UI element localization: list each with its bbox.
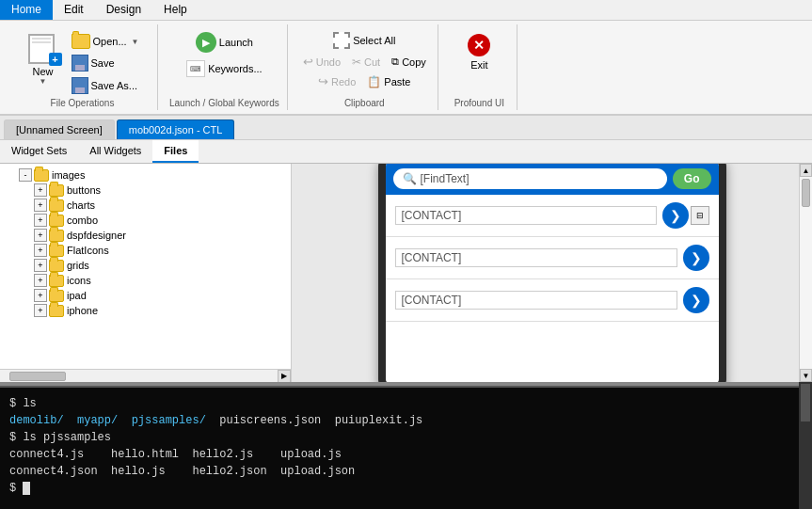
mob002d-tab[interactable]: mob002d.json - CTL <box>117 119 235 139</box>
find-text-placeholder: [FindText] <box>421 172 658 185</box>
contact-label-3: [CONTACT] <box>395 291 677 310</box>
contact-extra-icon-1[interactable]: ⊟ <box>691 206 709 225</box>
contact-label-1: [CONTACT] <box>395 206 657 225</box>
terminal[interactable]: $ ls demolib/ myapp/ pjssamples/ puiscre… <box>0 386 812 509</box>
contact-row-3[interactable]: [CONTACT] ❯ <box>386 279 719 322</box>
terminal-line-3: $ ls pjssamples <box>9 429 803 446</box>
files-tab[interactable]: Files <box>152 140 199 163</box>
terminal-scrollbar-thumb[interactable] <box>801 384 810 422</box>
phone-screen: 🔍 [FindText] Go [CONTACT] ❯ ⊟ [CONTACT] … <box>386 164 719 382</box>
tree-item-buttons[interactable]: + buttons <box>0 183 291 198</box>
tree-item-flaticons[interactable]: + FlatIcons <box>0 243 291 258</box>
terminal-wrapper: $ ls demolib/ myapp/ pjssamples/ puiscre… <box>0 382 812 509</box>
terminal-line-5: connect4.json hello.js hello2.json uploa… <box>9 463 803 480</box>
scroll-track <box>800 177 812 369</box>
tree-item-images[interactable]: - images <box>0 167 291 183</box>
open-dropdown-arrow[interactable]: ▼ <box>132 38 139 46</box>
new-label: New <box>32 66 53 77</box>
file-operations-group: + New ▼ Open... ▼ Save <box>8 24 158 110</box>
tree-item-dspfdesigner[interactable]: + dspfdesigner <box>0 228 291 243</box>
tree-scroll-thumb-h[interactable] <box>9 372 66 381</box>
go-button[interactable]: Go <box>673 168 711 189</box>
redo-button[interactable]: ↪ Redo <box>314 72 359 90</box>
contact-row-1[interactable]: [CONTACT] ❯ ⊟ <box>386 195 719 237</box>
phone-device: ⤢ 🔍 [FindText] Go [CONTACT] ❯ ⊟ <box>378 164 726 382</box>
search-icon: 🔍 <box>403 172 417 185</box>
keywords-button[interactable]: ⌨ Keywords... <box>183 58 265 79</box>
terminal-line-6: $ <box>9 480 803 497</box>
contact-label-2: [CONTACT] <box>395 248 677 267</box>
unnamed-screen-tab[interactable]: [Unnamed Screen] <box>4 119 115 139</box>
widget-tab-bar: Widget Sets All Widgets Files <box>0 140 812 164</box>
tree-scroll-right-arrow[interactable]: ▶ <box>278 370 291 383</box>
preview-scrollbar[interactable]: ▲ ▼ <box>799 164 812 382</box>
clipboard-group: Select All ↩ Undo ✂ Cut ⧉ Copy <box>292 24 438 110</box>
open-button[interactable]: Open... ▼ <box>68 32 143 51</box>
menu-item-help[interactable]: Help <box>152 0 199 20</box>
select-all-button[interactable]: Select All <box>329 30 399 51</box>
tree-horizontal-scrollbar[interactable]: ▶ <box>0 369 291 382</box>
scroll-thumb[interactable] <box>802 179 810 207</box>
contact-chevron-1[interactable]: ❯ <box>662 202 689 229</box>
contact-chevron-2[interactable]: ❯ <box>683 245 709 271</box>
launch-group-title: Launch / Global Keywords <box>169 96 279 108</box>
file-tree-panel: - images + buttons + charts <box>0 164 292 382</box>
menu-item-home[interactable]: Home <box>0 0 53 20</box>
tree-item-combo[interactable]: + combo <box>0 213 291 228</box>
new-button[interactable]: + New ▼ <box>23 30 64 89</box>
copy-button[interactable]: ⧉ Copy <box>388 54 430 70</box>
save-button[interactable]: Save <box>68 53 143 73</box>
scroll-down-btn[interactable]: ▼ <box>800 369 812 382</box>
save-as-button[interactable]: Save As... <box>68 75 143 96</box>
phone-header-bar: 🔍 [FindText] Go <box>386 164 719 195</box>
tree-item-charts[interactable]: + charts <box>0 198 291 213</box>
menu-item-edit[interactable]: Edit <box>53 0 95 20</box>
exit-button[interactable]: ✕ Exit <box>464 32 494 72</box>
profound-ui-title: Profound UI <box>454 96 504 108</box>
launch-button[interactable]: ▶ Launch <box>192 30 257 55</box>
contact-row-2[interactable]: [CONTACT] ❯ <box>386 237 719 279</box>
tree-item-icons[interactable]: + icons <box>0 273 291 288</box>
scroll-up-btn[interactable]: ▲ <box>800 164 812 177</box>
terminal-line-4: connect4.js hello.html hello2.js upload.… <box>9 446 803 463</box>
file-operations-title: File Operations <box>51 96 115 108</box>
clipboard-group-title: Clipboard <box>344 96 385 108</box>
terminal-line-2: demolib/ myapp/ pjssamples/ puiscreens.j… <box>9 412 803 429</box>
preview-panel: ⤢ 🔍 [FindText] Go [CONTACT] ❯ ⊟ <box>292 164 812 382</box>
phone-search-box[interactable]: 🔍 [FindText] <box>393 168 667 189</box>
ribbon: + New ▼ Open... ▼ Save <box>0 21 812 116</box>
undo-button[interactable]: ↩ Undo <box>299 53 344 71</box>
cut-button[interactable]: ✂ Cut <box>348 54 384 71</box>
widget-sets-tab[interactable]: Widget Sets <box>0 140 78 163</box>
menu-bar: Home Edit Design Help <box>0 0 812 21</box>
contact-chevron-3[interactable]: ❯ <box>683 287 709 313</box>
tree-item-grids[interactable]: + grids <box>0 258 291 273</box>
launch-group: ▶ Launch ⌨ Keywords... Launch / Global K… <box>162 24 288 110</box>
terminal-scrollbar[interactable] <box>799 382 812 509</box>
terminal-cursor <box>23 482 30 495</box>
tab-bar: [Unnamed Screen] mob002d.json - CTL <box>0 116 812 140</box>
tree-item-iphone[interactable]: + iphone <box>0 303 291 318</box>
paste-button[interactable]: 📋 Paste <box>363 73 414 90</box>
menu-item-design[interactable]: Design <box>95 0 152 20</box>
profound-ui-group: ✕ Exit Profound UI <box>442 24 517 110</box>
tree-item-ipad[interactable]: + ipad <box>0 288 291 303</box>
all-widgets-tab[interactable]: All Widgets <box>78 140 152 163</box>
new-dropdown-arrow[interactable]: ▼ <box>40 77 47 86</box>
terminal-line-1: $ ls <box>9 395 803 412</box>
